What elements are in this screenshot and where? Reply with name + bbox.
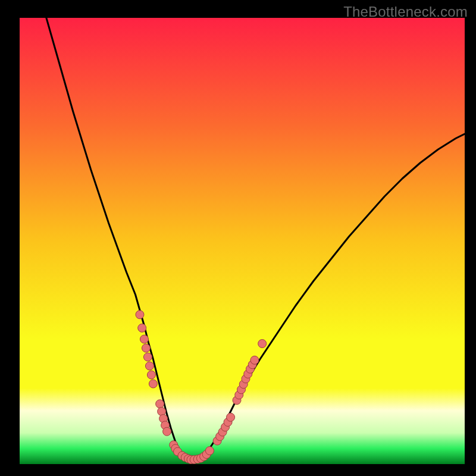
bottleneck-chart <box>0 0 476 476</box>
data-marker <box>156 400 164 408</box>
data-marker <box>143 353 152 361</box>
watermark-label: TheBottleneck.com <box>343 4 468 20</box>
data-marker <box>145 362 154 370</box>
data-marker <box>138 324 146 332</box>
data-marker <box>140 335 148 343</box>
data-marker <box>227 413 235 421</box>
data-marker <box>136 311 144 319</box>
data-marker <box>163 427 171 436</box>
data-marker <box>142 344 150 352</box>
chart-frame: TheBottleneck.com <box>0 0 476 476</box>
data-marker <box>258 340 267 348</box>
data-marker <box>149 380 157 388</box>
data-marker <box>205 447 214 455</box>
data-marker <box>250 356 259 364</box>
data-marker <box>147 371 155 379</box>
